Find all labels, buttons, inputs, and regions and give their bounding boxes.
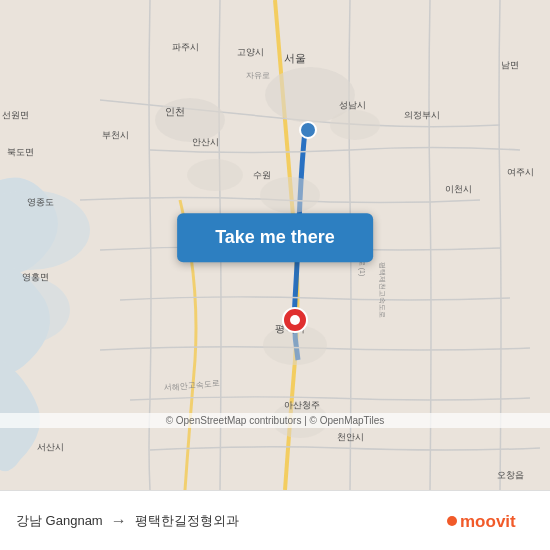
svg-point-35 bbox=[300, 122, 316, 138]
svg-text:moovit: moovit bbox=[460, 512, 516, 531]
svg-point-6 bbox=[260, 177, 320, 213]
svg-text:부천시: 부천시 bbox=[102, 130, 129, 140]
svg-text:여주시: 여주시 bbox=[507, 167, 534, 177]
svg-point-5 bbox=[155, 98, 225, 142]
svg-text:선원면: 선원면 bbox=[2, 110, 29, 120]
moovit-logo-svg: moovit bbox=[444, 506, 534, 536]
svg-text:고양시: 고양시 bbox=[237, 47, 264, 57]
moovit-logo: moovit bbox=[444, 506, 534, 536]
svg-text:남면: 남면 bbox=[501, 60, 519, 70]
svg-text:인천: 인천 bbox=[165, 106, 185, 117]
svg-text:북도면: 북도면 bbox=[7, 147, 34, 157]
svg-text:영종도: 영종도 bbox=[27, 197, 54, 207]
button-overlay: Take me there bbox=[177, 213, 373, 262]
svg-text:오창읍: 오창읍 bbox=[497, 470, 524, 480]
svg-point-7 bbox=[187, 159, 243, 191]
svg-text:성남시: 성남시 bbox=[339, 100, 366, 110]
svg-point-8 bbox=[330, 110, 380, 140]
svg-text:이천시: 이천시 bbox=[445, 184, 472, 194]
map-attribution: © OpenStreetMap contributors | © OpenMap… bbox=[0, 413, 550, 428]
bottom-bar: 강남 Gangnam → 평택한길정형외과 moovit bbox=[0, 490, 550, 550]
svg-text:천안시: 천안시 bbox=[337, 432, 364, 442]
svg-text:파주시: 파주시 bbox=[172, 42, 199, 52]
arrow-icon: → bbox=[111, 512, 127, 530]
svg-text:자유로: 자유로 bbox=[246, 71, 270, 80]
svg-text:평택제천고속도로: 평택제천고속도로 bbox=[378, 262, 386, 318]
map-container: 서울 인천 부천시 안산시 수원 성남시 의정부시 남면 이천시 여주시 평택시… bbox=[0, 0, 550, 490]
svg-text:수원: 수원 bbox=[253, 170, 271, 180]
svg-text:서산시: 서산시 bbox=[37, 442, 64, 452]
route-info: 강남 Gangnam → 평택한길정형외과 bbox=[16, 512, 444, 530]
svg-text:안산시: 안산시 bbox=[192, 137, 219, 147]
svg-point-39 bbox=[447, 516, 457, 526]
svg-point-37 bbox=[290, 315, 300, 325]
svg-text:영홍면: 영홍면 bbox=[22, 272, 49, 282]
route-from: 강남 Gangnam bbox=[16, 512, 103, 530]
route-to: 평택한길정형외과 bbox=[135, 512, 239, 530]
take-me-there-button[interactable]: Take me there bbox=[177, 213, 373, 262]
svg-text:의정부시: 의정부시 bbox=[404, 110, 440, 120]
svg-text:서울: 서울 bbox=[284, 52, 306, 64]
svg-text:아산청주: 아산청주 bbox=[284, 400, 320, 410]
